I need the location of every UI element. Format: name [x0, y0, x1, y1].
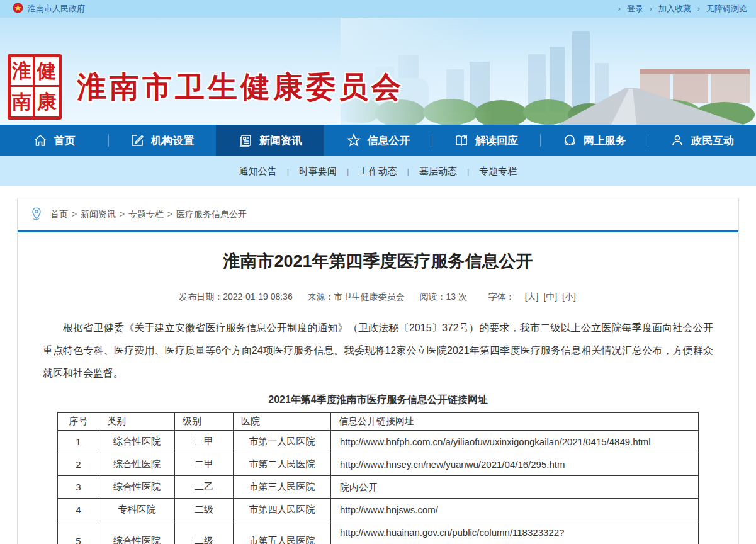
table-row: 1综合性医院三甲市第一人民医院http://www.hnfph.com.cn/a…: [58, 431, 699, 453]
breadcrumb-separator: >: [167, 209, 172, 219]
nav-label: 信息公开: [368, 133, 410, 148]
info-link-text: type=4&catId=159406839&action=list: [332, 541, 697, 544]
org-edit-icon: [130, 133, 145, 148]
font-size-label: 字体：: [488, 292, 515, 302]
article: 淮南市2021年第四季度医疗服务信息公开 发布日期：2022-01-19 08:…: [18, 250, 738, 544]
nav-label: 网上服务: [584, 133, 626, 148]
hospital-name: 市第三人民医院: [234, 476, 331, 499]
agency-seal-logo: 淮 健 南 康: [8, 54, 62, 120]
hospital-level: 二甲: [175, 453, 234, 476]
subnav-separator: |: [347, 167, 349, 176]
col-header-no: 序号: [58, 412, 99, 431]
article-body: 根据省卫健委《关于建立安徽省医疗服务信息公开制度的通知》（卫政法秘〔2015〕3…: [43, 317, 713, 385]
read-count: 阅读：13 次: [419, 292, 466, 302]
hospital-info-table: 序号 类别 级别 医院 信息公开链接网址 1综合性医院三甲市第一人民医院http…: [57, 412, 699, 544]
link-separator: ›: [697, 4, 700, 13]
nav-item-info[interactable]: 信息公开: [324, 125, 432, 156]
row-number: 1: [58, 431, 99, 453]
main-nav: 首页 机构设置 新闻资讯 信息公开: [0, 125, 756, 156]
hospital-level: 三甲: [175, 431, 234, 453]
table-row: 2综合性医院二甲市第二人民医院http://www.hnsey.cn/new/y…: [58, 453, 699, 476]
table-header-row: 序号 类别 级别 医院 信息公开链接网址: [58, 412, 699, 431]
col-header-url: 信息公开链接网址: [331, 412, 699, 431]
breadcrumb-home[interactable]: 首页: [50, 209, 68, 219]
link-separator: ›: [650, 4, 652, 13]
font-size-control: 字体： [大] [中] [小]: [482, 292, 577, 302]
nav-label: 解读回应: [475, 133, 518, 148]
row-number: 3: [58, 476, 99, 499]
hospital-name: 市第二人民医院: [234, 453, 331, 476]
nav-label: 新闻资讯: [259, 133, 302, 148]
nav-item-interaction[interactable]: 政民互动: [648, 125, 756, 156]
link-separator: ›: [618, 4, 621, 13]
col-header-hospital: 医院: [234, 412, 331, 431]
news-icon: [238, 133, 253, 148]
info-link-text: http://www.hnjsws.com/: [332, 501, 697, 518]
top-utility-bar: 淮南市人民政府 › 登录 › 加入收藏 › 无障碍浏览: [0, 0, 756, 18]
font-size-medium-button[interactable]: [中]: [543, 292, 557, 302]
add-favorite-link[interactable]: 加入收藏: [658, 3, 691, 14]
info-link-cell: http://www.hnsey.cn/new/yuanwu/2021/04/1…: [331, 453, 699, 476]
nav-label: 政民互动: [691, 133, 734, 148]
site-banner: 淮 健 南 康 淮南市卫生健康委员会: [0, 18, 756, 125]
nav-item-interpret[interactable]: 解读回应: [432, 125, 540, 156]
hospital-name: 市第一人民医院: [234, 431, 331, 453]
row-number: 2: [58, 453, 99, 476]
article-meta: 发布日期：2022-01-19 08:36 来源：市卫生健康委员会 阅读：13 …: [43, 292, 713, 303]
hospital-name: 市第四人民医院: [234, 499, 331, 521]
info-link-text: http://www.huainan.gov.cn/public/column/…: [332, 524, 697, 541]
nav-label: 首页: [54, 133, 76, 148]
subnav-separator: |: [407, 167, 409, 176]
subnav-item-grassroots[interactable]: 基层动态: [417, 166, 460, 178]
publish-date: 发布日期：2022-01-19 08:36: [179, 292, 293, 302]
subnav-item-special-columns[interactable]: 专题专栏: [477, 166, 519, 178]
breadcrumb-separator: >: [120, 209, 125, 219]
breadcrumb-special-columns[interactable]: 专题专栏: [128, 209, 164, 219]
table-row: 3综合性医院二乙市第三人民医院院内公开: [58, 476, 699, 499]
seal-char: 健: [35, 57, 59, 87]
nav-item-services[interactable]: 网上服务: [540, 125, 648, 156]
home-icon: [33, 133, 48, 148]
hospital-category: 专科医院: [99, 499, 175, 521]
seal-char: 南: [11, 87, 35, 116]
location-pin-icon: [30, 207, 43, 222]
subnav-item-current-events[interactable]: 时事要闻: [296, 166, 339, 178]
gov-portal-link[interactable]: 淮南市人民政府: [28, 3, 85, 14]
info-link-cell: http://www.hnfph.com.cn/a/yiliaofuwuxinx…: [331, 431, 699, 453]
subnav-item-work-updates[interactable]: 工作动态: [357, 166, 400, 178]
content-box: 首页 > 新闻资讯 > 专题专栏 > 医疗服务信息公开 淮南市2021年第四季度…: [17, 198, 739, 544]
table-row: 4专科医院二级市第四人民医院http://www.hnjsws.com/: [58, 499, 699, 521]
hospital-level: 二级: [175, 499, 234, 521]
info-link-text: http://www.hnfph.com.cn/a/yiliaofuwuxinx…: [332, 433, 697, 450]
nav-item-home[interactable]: 首页: [0, 125, 108, 156]
breadcrumb-news[interactable]: 新闻资讯: [81, 209, 116, 219]
hospital-category: 综合性医院: [99, 431, 175, 453]
nav-label: 机构设置: [151, 133, 194, 148]
hospital-level: 二乙: [175, 476, 234, 499]
subnav-separator: |: [467, 167, 469, 176]
table-caption: 2021年第4季度淮南市医疗服务信息公开链接网址: [43, 394, 713, 407]
table-body: 1综合性医院三甲市第一人民医院http://www.hnfph.com.cn/a…: [58, 431, 699, 544]
info-link-cell: http://www.hnjsws.com/: [331, 499, 699, 521]
breadcrumb-current-page: 医疗服务信息公开: [176, 209, 247, 219]
subnav-item-notices[interactable]: 通知公告: [237, 166, 279, 178]
hospital-name: 市第五人民医院: [234, 521, 331, 544]
info-link-cell: 院内公开: [331, 476, 699, 499]
accessibility-link[interactable]: 无障碍浏览: [706, 3, 747, 14]
nav-item-news[interactable]: 新闻资讯: [216, 125, 324, 156]
article-source: 来源：市卫生健康委员会: [308, 292, 405, 302]
row-number: 5: [58, 521, 99, 544]
info-link-text: http://www.hnsey.cn/new/yuanwu/2021/04/1…: [332, 456, 697, 473]
info-link-cell: http://www.huainan.gov.cn/public/column/…: [331, 521, 699, 544]
nav-item-org[interactable]: 机构设置: [108, 125, 217, 156]
sub-nav: 通知公告 | 时事要闻 | 工作动态 | 基层动态 | 专题专栏: [0, 156, 756, 186]
book-icon: [454, 133, 469, 148]
font-size-large-button[interactable]: [大]: [525, 292, 539, 302]
col-header-category: 类别: [99, 412, 175, 431]
seal-char: 淮: [11, 57, 35, 87]
national-emblem-icon: [13, 3, 23, 15]
subnav-separator: |: [287, 167, 289, 176]
hospital-category: 综合性医院: [99, 521, 175, 544]
font-size-small-button[interactable]: [小]: [562, 292, 576, 302]
login-link[interactable]: 登录: [627, 3, 643, 14]
